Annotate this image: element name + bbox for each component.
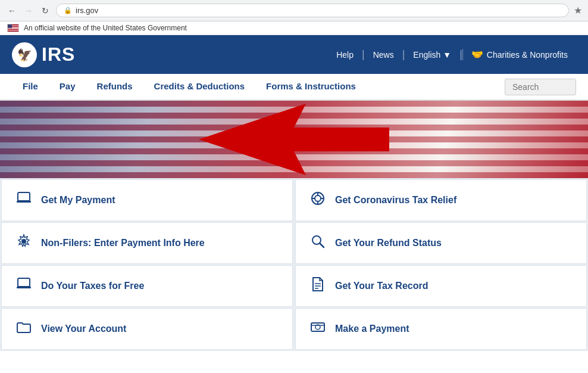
document-icon: [309, 276, 327, 296]
folder-icon: [15, 321, 33, 337]
svg-rect-5: [17, 287, 31, 288]
irs-logo[interactable]: 🦅 IRS: [12, 42, 75, 67]
charities-label: Charities & Nonprofits: [487, 50, 568, 60]
card-tax-record[interactable]: Get Your Tax Record: [295, 265, 587, 307]
chevron-down-icon: ▼: [443, 50, 451, 60]
svg-rect-2: [17, 201, 31, 203]
nav-forms-instructions[interactable]: Forms & Instructions: [255, 73, 367, 100]
svg-line-13: [320, 244, 324, 248]
svg-point-7: [315, 195, 321, 201]
card-non-filers[interactable]: Non-Filers: Enter Payment Info Here: [1, 222, 293, 264]
settings-icon: [15, 234, 33, 253]
bookmark-button[interactable]: ★: [574, 5, 582, 16]
card-view-account-text: View Your Account: [41, 323, 126, 335]
nav-pay[interactable]: Pay: [49, 73, 86, 100]
card-coronavirus-relief[interactable]: Get Coronavirus Tax Relief: [295, 179, 587, 221]
card-refund-status[interactable]: Get Your Refund Status: [295, 222, 587, 264]
language-selector[interactable]: English ▼: [405, 50, 459, 60]
language-label: English: [413, 50, 440, 60]
nav-refunds[interactable]: Refunds: [86, 73, 143, 100]
search-input[interactable]: [505, 79, 576, 95]
lock-icon: 🔒: [64, 7, 72, 14]
irs-eagle-icon: 🦅: [12, 42, 37, 67]
left-column: Get My Payment Non-Filers: Enter Payment…: [0, 178, 294, 351]
header-help-link[interactable]: Help: [328, 50, 362, 60]
nav-credits-deductions[interactable]: Credits & Deductions: [143, 73, 256, 100]
card-refund-status-text: Get Your Refund Status: [335, 237, 442, 250]
gov-banner: An official website of the United States…: [0, 21, 588, 35]
card-view-account[interactable]: View Your Account: [1, 308, 293, 350]
right-column: Get Coronavirus Tax Relief Get Your Refu…: [294, 178, 588, 351]
laptop-icon-2: [15, 278, 33, 294]
browser-chrome: ← → ↻ 🔒 irs.gov ★: [0, 0, 588, 21]
card-tax-record-text: Get Your Tax Record: [335, 280, 428, 293]
svg-rect-1: [18, 192, 30, 201]
handshake-icon: 🤝: [471, 49, 483, 60]
content-grid: Get My Payment Non-Filers: Enter Payment…: [0, 178, 588, 351]
refresh-button[interactable]: ↻: [39, 5, 51, 17]
header-news-link[interactable]: News: [365, 50, 402, 60]
site-header: 🦅 IRS Help | News | English ▼ | 🤝 Charit…: [0, 35, 588, 74]
back-button[interactable]: ←: [6, 5, 18, 17]
card-get-my-payment-text: Get My Payment: [41, 194, 115, 207]
charities-link[interactable]: 🤝 Charities & Nonprofits: [462, 49, 576, 60]
header-navigation: Help | News | English ▼ | 🤝 Charities & …: [328, 48, 576, 61]
flag-overlay: [0, 101, 588, 178]
irs-logo-text: IRS: [42, 43, 75, 66]
hero-banner: [0, 101, 588, 178]
lifesaver-icon: [309, 191, 327, 210]
svg-rect-17: [311, 323, 324, 331]
address-bar[interactable]: 🔒 irs.gov: [56, 4, 569, 17]
svg-point-3: [21, 239, 26, 244]
us-flag-icon: [7, 24, 19, 32]
payment-icon: [309, 321, 327, 337]
laptop-icon: [15, 192, 33, 209]
nav-file[interactable]: File: [12, 73, 49, 100]
svg-rect-4: [18, 278, 30, 287]
forward-button[interactable]: →: [23, 5, 35, 17]
card-coronavirus-relief-text: Get Coronavirus Tax Relief: [335, 194, 456, 207]
url-text: irs.gov: [76, 6, 98, 15]
card-non-filers-text: Non-Filers: Enter Payment Info Here: [41, 237, 205, 250]
card-do-taxes-free-text: Do Your Taxes for Free: [41, 280, 144, 293]
gov-banner-text: An official website of the United States…: [24, 24, 187, 32]
main-navigation: File Pay Refunds Credits & Deductions Fo…: [0, 74, 588, 101]
search-icon: [309, 234, 327, 252]
card-make-payment-text: Make a Payment: [335, 323, 409, 335]
card-make-payment[interactable]: Make a Payment: [295, 308, 587, 350]
card-get-my-payment[interactable]: Get My Payment: [1, 179, 293, 221]
card-do-taxes-free[interactable]: Do Your Taxes for Free: [1, 265, 293, 307]
